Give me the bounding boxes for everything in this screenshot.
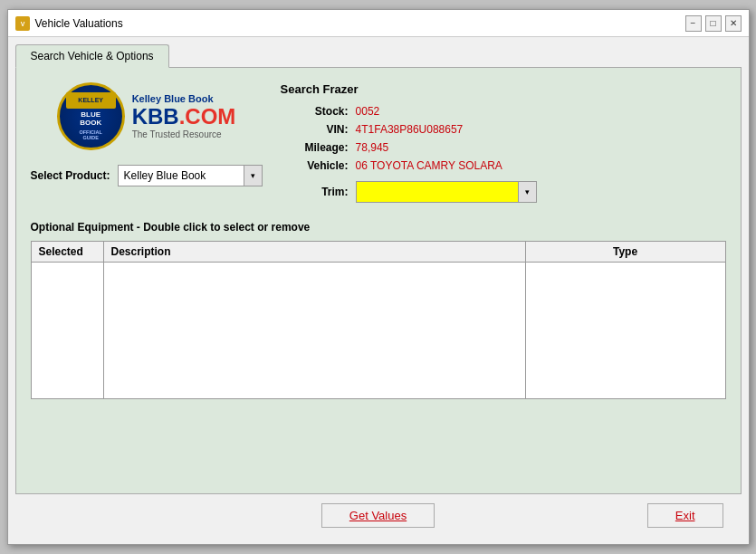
stock-value: 0052: [356, 105, 380, 118]
main-window: V Vehicle Valuations − □ ✕ Search Vehicl…: [7, 9, 750, 545]
table-body: [32, 263, 725, 398]
kbb-brand-name: Kelley Blue Book: [132, 93, 236, 104]
get-values-button[interactable]: Get Values: [321, 503, 435, 528]
kbb-badge: KELLEY BLUEBOOK OFFICIALGUIDE: [57, 82, 125, 150]
kbb-dotcom: KBB.COM: [132, 106, 236, 128]
title-bar-controls: − □ ✕: [685, 15, 742, 32]
top-section: KELLEY BLUEBOOK OFFICIALGUIDE Kelley Blu…: [31, 82, 726, 203]
kbb-dotcom-prefix: KBB: [132, 104, 179, 129]
col-header-selected: Selected: [32, 242, 104, 262]
trim-select-arrow[interactable]: ▾: [518, 182, 536, 202]
table-header: Selected Description Type: [32, 242, 725, 263]
select-product-label: Select Product:: [31, 169, 110, 182]
kbb-logo: KELLEY BLUEBOOK OFFICIALGUIDE Kelley Blu…: [57, 82, 236, 150]
stock-row: Stock: 0052: [281, 105, 726, 118]
table-body-type-col: [526, 263, 725, 398]
trim-row: Trim: ▾: [281, 181, 726, 203]
vehicle-value: 06 TOYOTA CAMRY SOLARA: [356, 159, 502, 172]
exit-button[interactable]: Exit: [647, 503, 723, 528]
tab-search-vehicle[interactable]: Search Vehicle & Options: [15, 44, 169, 68]
product-select-dropdown[interactable]: Kelley Blue Book ▾: [118, 165, 263, 186]
optional-equipment-section: Optional Equipment - Double click to sel…: [31, 221, 726, 399]
product-select-value: Kelley Blue Book: [119, 169, 244, 182]
optional-equipment-title: Optional Equipment - Double click to sel…: [31, 221, 726, 234]
select-product-row: Select Product: Kelley Blue Book ▾: [31, 165, 263, 186]
kbb-tagline: The Trusted Resource: [132, 129, 236, 139]
vehicle-label: Vehicle:: [281, 159, 349, 172]
kbb-text-block: Kelley Blue Book KBB.COM The Trusted Res…: [132, 93, 236, 139]
minimize-button[interactable]: −: [685, 15, 702, 32]
mileage-value: 78,945: [356, 141, 389, 154]
col-header-description: Description: [104, 242, 526, 262]
info-grid: Stock: 0052 VIN: 4T1FA38P86U088657 Milea…: [281, 105, 726, 203]
col-header-type: Type: [526, 242, 725, 262]
close-button[interactable]: ✕: [725, 15, 742, 32]
table-body-selected-col: [32, 263, 104, 398]
mileage-row: Mileage: 78,945: [281, 141, 726, 154]
vin-row: VIN: 4T1FA38P86U088657: [281, 123, 726, 136]
vin-value: 4T1FA38P86U088657: [356, 123, 464, 136]
footer-buttons: Get Values Exit: [15, 494, 742, 537]
mileage-label: Mileage:: [281, 141, 349, 154]
maximize-button[interactable]: □: [705, 15, 722, 32]
tab-bar: Search Vehicle & Options: [15, 44, 742, 68]
stock-label: Stock:: [281, 105, 349, 118]
svg-text:V: V: [20, 21, 24, 27]
product-select-arrow[interactable]: ▾: [244, 166, 262, 186]
tab-content: KELLEY BLUEBOOK OFFICIALGUIDE Kelley Blu…: [15, 67, 742, 494]
right-panel: Search Frazer Stock: 0052 VIN: 4T1FA38P8…: [281, 82, 726, 203]
window-title: Vehicle Valuations: [35, 17, 123, 30]
title-bar: V Vehicle Valuations − □ ✕: [8, 10, 749, 37]
kbb-dotcom-suffix: .COM: [179, 104, 236, 129]
vehicle-row: Vehicle: 06 TOYOTA CAMRY SOLARA: [281, 159, 726, 172]
badge-main-text: BLUEBOOK: [80, 110, 101, 128]
vin-label: VIN:: [281, 123, 349, 136]
badge-bottom-text: OFFICIALGUIDE: [79, 129, 101, 140]
left-panel: KELLEY BLUEBOOK OFFICIALGUIDE Kelley Blu…: [31, 82, 263, 186]
table-body-description-col: [104, 263, 526, 398]
trim-label: Trim:: [281, 186, 349, 198]
badge-ribbon: KELLEY: [66, 92, 116, 109]
search-frazer-title: Search Frazer: [281, 82, 726, 96]
equipment-table: Selected Description Type: [31, 241, 726, 399]
title-bar-left: V Vehicle Valuations: [15, 16, 123, 31]
app-icon: V: [15, 16, 30, 31]
trim-select-dropdown[interactable]: ▾: [356, 181, 537, 203]
window-body: Search Vehicle & Options KELLEY BLUEBOOK…: [8, 37, 749, 544]
